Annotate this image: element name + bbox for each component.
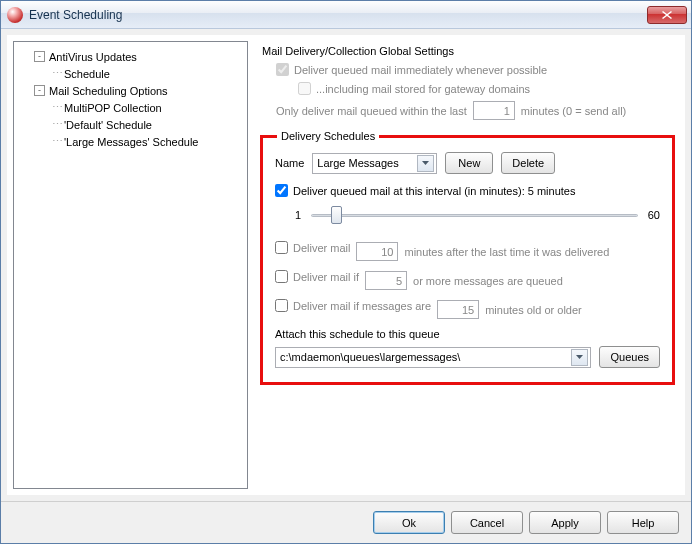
combo-text: Large Messages (317, 157, 417, 169)
window-title: Event Scheduling (29, 8, 647, 22)
chk-deliver-if-count[interactable]: Deliver mail if (275, 270, 359, 283)
chk-label: ...including mail stored for gateway dom… (316, 83, 530, 95)
opt-deliver-after-row: Deliver mail minutes after the last time… (275, 241, 660, 262)
app-icon (7, 7, 23, 23)
tree-label: AntiVirus Updates (49, 51, 137, 63)
cancel-button[interactable]: Cancel (451, 511, 523, 534)
tree-item-schedule[interactable]: ⋯ Schedule (18, 65, 243, 82)
chk-deliver-after-box[interactable] (275, 241, 288, 254)
label: minutes after the last time it was deliv… (404, 246, 609, 258)
opt-deliver-if-count-row: Deliver mail if or more messages are que… (275, 270, 660, 291)
tree-connector-icon: ⋯ (52, 135, 62, 148)
deliver-if-count-input (365, 271, 407, 290)
slider-max-label: 60 (648, 209, 660, 221)
slider-rail (311, 214, 638, 217)
chk-label: Deliver mail if messages are (293, 300, 431, 312)
event-scheduling-dialog: Event Scheduling AntiVirus Updates ⋯ Sch… (0, 0, 692, 544)
opt-deliver-if-age-row: Deliver mail if messages are minutes old… (275, 299, 660, 320)
chk-deliver-immediate: Deliver queued mail immediately whenever… (276, 63, 547, 76)
tree-item-default-schedule[interactable]: ⋯ 'Default' Schedule (18, 116, 243, 133)
interval-slider[interactable] (311, 205, 638, 225)
chk-label: Deliver mail if (293, 271, 359, 283)
label: minutes (0 = send all) (521, 105, 626, 117)
interval-slider-row: 1 60 (295, 205, 660, 225)
tree-connector-icon: ⋯ (52, 101, 62, 114)
tree-label: 'Default' Schedule (64, 119, 152, 131)
help-button[interactable]: Help (607, 511, 679, 534)
chk-deliver-immediate-box (276, 63, 289, 76)
deliver-if-age-input (437, 300, 479, 319)
chk-label: Deliver queued mail at this interval (in… (293, 185, 575, 197)
tree-label: Mail Scheduling Options (49, 85, 168, 97)
only-deliver-minutes-input (473, 101, 515, 120)
label: minutes old or older (485, 304, 582, 316)
combo-text: c:\mdaemon\queues\largemessages\ (280, 351, 571, 363)
chk-including-gateway: ...including mail stored for gateway dom… (298, 82, 530, 95)
queue-path-combo[interactable]: c:\mdaemon\queues\largemessages\ (275, 347, 591, 368)
collapse-icon[interactable] (34, 85, 45, 96)
apply-button[interactable]: Apply (529, 511, 601, 534)
tree-item-multipop[interactable]: ⋯ MultiPOP Collection (18, 99, 243, 116)
chevron-down-icon (417, 155, 434, 172)
delivery-schedules-group: Delivery Schedules Name Large Messages N… (260, 130, 675, 385)
tree-connector-icon: ⋯ (52, 67, 62, 80)
attach-queue-label: Attach this schedule to this queue (275, 328, 660, 340)
chk-deliver-if-age[interactable]: Deliver mail if messages are (275, 299, 431, 312)
new-button[interactable]: New (445, 152, 493, 174)
global-settings-heading: Mail Delivery/Collection Global Settings (262, 45, 675, 57)
close-button[interactable] (647, 6, 687, 24)
chk-interval-box[interactable] (275, 184, 288, 197)
name-label: Name (275, 157, 304, 169)
ok-button[interactable]: Ok (373, 511, 445, 534)
chk-label: Deliver mail (293, 242, 350, 254)
chevron-down-icon (571, 349, 588, 366)
tree-item-mail-scheduling[interactable]: Mail Scheduling Options (18, 82, 243, 99)
nav-tree[interactable]: AntiVirus Updates ⋯ Schedule Mail Schedu… (13, 41, 248, 489)
content-area: Mail Delivery/Collection Global Settings… (256, 41, 679, 489)
global-settings-body: Deliver queued mail immediately whenever… (260, 63, 675, 120)
chk-interval[interactable]: Deliver queued mail at this interval (in… (275, 184, 575, 197)
tree-label: 'Large Messages' Schedule (64, 136, 198, 148)
chk-label: Deliver queued mail immediately whenever… (294, 64, 547, 76)
chk-deliver-after[interactable]: Deliver mail (275, 241, 350, 254)
schedule-name-row: Name Large Messages New Delete (275, 152, 660, 174)
collapse-icon[interactable] (34, 51, 45, 62)
dialog-footer: Ok Cancel Apply Help (1, 501, 691, 543)
deliver-after-minutes-input (356, 242, 398, 261)
chk-deliver-if-age-box[interactable] (275, 299, 288, 312)
close-icon (662, 11, 672, 19)
label: Only deliver mail queued within the last (276, 105, 467, 117)
titlebar: Event Scheduling (1, 1, 691, 29)
tree-label: Schedule (64, 68, 110, 80)
delete-button[interactable]: Delete (501, 152, 555, 174)
schedule-name-combo[interactable]: Large Messages (312, 153, 437, 174)
delivery-schedules-legend: Delivery Schedules (277, 130, 379, 142)
queues-button[interactable]: Queues (599, 346, 660, 368)
client-area: AntiVirus Updates ⋯ Schedule Mail Schedu… (7, 35, 685, 495)
chk-including-gateway-box (298, 82, 311, 95)
delivery-options: Deliver mail minutes after the last time… (275, 241, 660, 320)
tree-item-antivirus-updates[interactable]: AntiVirus Updates (18, 48, 243, 65)
tree-connector-icon: ⋯ (52, 118, 62, 131)
slider-thumb[interactable] (331, 206, 342, 224)
only-deliver-row: Only deliver mail queued within the last… (276, 101, 675, 120)
tree-label: MultiPOP Collection (64, 102, 162, 114)
label: or more messages are queued (413, 275, 563, 287)
slider-min-label: 1 (295, 209, 301, 221)
attach-queue-row: c:\mdaemon\queues\largemessages\ Queues (275, 346, 660, 368)
tree-item-large-messages-schedule[interactable]: ⋯ 'Large Messages' Schedule (18, 133, 243, 150)
chk-deliver-if-count-box[interactable] (275, 270, 288, 283)
